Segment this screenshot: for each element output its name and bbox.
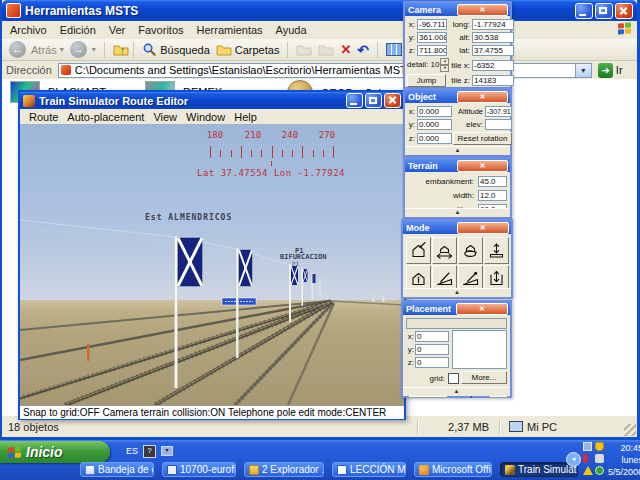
reset-rotation-button[interactable]: Reset rotation: [453, 132, 512, 145]
mode-raise-object-button[interactable]: [484, 237, 509, 264]
camera-long-field[interactable]: -1.77924: [472, 19, 514, 30]
taskbar-button-eurofim[interactable]: 10700-eurofim...: [162, 462, 236, 477]
object-collapse-icon[interactable]: ▲: [405, 146, 510, 155]
delete-button[interactable]: ✕: [340, 42, 351, 57]
terrain-palette-titlebar[interactable]: Terrain ✕: [405, 159, 510, 172]
camera-x-field[interactable]: -96.711: [417, 19, 447, 30]
more-button[interactable]: More...: [461, 371, 507, 384]
taskbar-button-leccion[interactable]: LECCIÓN MAR...: [332, 462, 406, 477]
mode-palette-titlebar[interactable]: Mode ✕: [403, 221, 511, 234]
security-shield-tray-icon[interactable]: [595, 442, 604, 451]
resize-grip[interactable]: [624, 424, 636, 436]
back-button[interactable]: ← Atrás ▾: [9, 41, 64, 58]
start-button[interactable]: Inicio: [0, 441, 110, 463]
volume-tray-icon[interactable]: [595, 454, 604, 463]
language-bar[interactable]: ES ? ▾: [126, 443, 173, 459]
address-dropdown-button[interactable]: ▾: [576, 63, 592, 78]
object-y-field[interactable]: 0.000: [417, 119, 452, 130]
up-folder-button[interactable]: ↑: [113, 43, 126, 56]
folders-button[interactable]: Carpetas: [216, 43, 280, 56]
re-menu-help[interactable]: Help: [234, 111, 257, 123]
grid-checkbox[interactable]: [448, 373, 459, 384]
camera-tilex-field[interactable]: -6352: [472, 60, 514, 71]
network-tray-icon[interactable]: [583, 442, 592, 451]
forward-dropdown-icon[interactable]: ▾: [92, 45, 96, 54]
minimize-button[interactable]: [575, 3, 593, 19]
object-elev-field[interactable]: [485, 119, 512, 130]
placement-name-field[interactable]: [406, 318, 507, 329]
maximize-button[interactable]: [595, 3, 613, 19]
mode-place-object-button[interactable]: [406, 237, 431, 264]
explorer-titlebar[interactable]: Herramientas MSTS: [2, 0, 637, 21]
status-size: 2,37 MB: [419, 421, 489, 433]
mode-collapse-icon[interactable]: ▲: [403, 288, 511, 297]
search-button[interactable]: Búsqueda: [142, 42, 210, 57]
object-altitude-field[interactable]: -307.915: [485, 106, 512, 117]
mode-close-icon[interactable]: ✕: [457, 222, 510, 234]
mode-move-object-button[interactable]: [432, 237, 457, 264]
camera-tilez-field[interactable]: 14183: [472, 75, 514, 86]
camera-close-icon[interactable]: ✕: [457, 4, 508, 16]
menu-ver[interactable]: Ver: [109, 24, 126, 36]
object-z-field[interactable]: 0.000: [417, 133, 452, 144]
go-icon[interactable]: ➜: [598, 63, 613, 78]
language-indicator[interactable]: ES: [126, 446, 138, 456]
camera-z-label: z:: [407, 46, 416, 55]
back-dropdown-icon[interactable]: ▾: [60, 45, 64, 54]
warning-tray-icon[interactable]: [583, 466, 593, 475]
camera-palette-titlebar[interactable]: Camera ✕: [405, 3, 510, 16]
object-palette-titlebar[interactable]: Object ✕: [405, 90, 510, 103]
placement-y-field[interactable]: 0: [415, 344, 449, 355]
object-elev-label: elev:: [453, 120, 484, 129]
jump-button[interactable]: Jump: [407, 74, 446, 87]
camera-alt-field[interactable]: 30.538: [472, 32, 514, 43]
taskbar-button-explorer-group[interactable]: 2 Explorador ... ▾: [244, 462, 324, 477]
close-button[interactable]: [615, 3, 633, 19]
camera-lat-field[interactable]: 37.4755: [472, 45, 514, 56]
camera-lat-label: lat:: [448, 46, 471, 55]
placement-x-field[interactable]: 0: [415, 331, 449, 342]
menu-ayuda[interactable]: Ayuda: [276, 24, 307, 36]
object-close-icon[interactable]: ✕: [457, 91, 508, 103]
camera-y-field[interactable]: 361.008: [417, 32, 447, 43]
camera-z-field[interactable]: 711.800: [417, 45, 447, 56]
re-menu-window[interactable]: Window: [186, 111, 225, 123]
undo-button[interactable]: ↶: [357, 42, 369, 58]
go-label[interactable]: Ir: [616, 64, 623, 76]
language-help-icon[interactable]: ?: [143, 445, 156, 458]
terrain-collapse-icon[interactable]: ▲: [405, 208, 510, 217]
placement-collapse-icon[interactable]: ▲: [403, 387, 510, 396]
language-options-icon[interactable]: ▾: [161, 446, 173, 456]
antivirus-tray-icon[interactable]: [595, 466, 604, 475]
placement-z-field[interactable]: 0: [415, 357, 449, 368]
route-editor-viewport[interactable]: 180 210 240 270 Lat 37.47554 Lon -1.7792…: [20, 124, 404, 405]
forward-button[interactable]: → ▾: [70, 41, 96, 58]
re-minimize-button[interactable]: [346, 93, 363, 108]
placement-close-icon[interactable]: ✕: [456, 303, 508, 315]
menu-archivo[interactable]: Archivo: [10, 24, 47, 36]
object-x-field[interactable]: 0.000: [417, 106, 452, 117]
width-label: width:: [409, 191, 475, 200]
menu-herramientas[interactable]: Herramientas: [197, 24, 263, 36]
placement-object-list[interactable]: [452, 330, 507, 369]
copy-to-button[interactable]: [318, 43, 334, 56]
re-menu-view[interactable]: View: [153, 111, 177, 123]
terrain-close-icon[interactable]: ✕: [457, 160, 508, 172]
tray-chevron-icon[interactable]: ◄: [566, 452, 581, 467]
re-close-button[interactable]: [384, 93, 401, 108]
route-editor-titlebar[interactable]: Train Simulator Route Editor: [20, 92, 404, 109]
camera-long-label: long:: [448, 20, 471, 29]
move-to-button[interactable]: [296, 43, 312, 56]
width-field[interactable]: 12.0: [478, 190, 507, 201]
re-menu-route[interactable]: Route: [29, 111, 58, 123]
taskbar-button-inbox[interactable]: Bandeja de ent...: [80, 462, 154, 477]
embankment-field[interactable]: 45.0: [478, 176, 507, 187]
placement-palette-titlebar[interactable]: Placement ✕: [403, 302, 510, 315]
mode-rotate-object-button[interactable]: [458, 237, 483, 264]
app-tray-icon[interactable]: [583, 454, 592, 463]
re-maximize-button[interactable]: [365, 93, 382, 108]
menu-favoritos[interactable]: Favoritos: [138, 24, 183, 36]
taskbar-button-outlook[interactable]: Microsoft Offic...: [414, 462, 492, 477]
menu-edicion[interactable]: Edición: [60, 24, 96, 36]
re-menu-auto-placement[interactable]: Auto-placement: [67, 111, 144, 123]
